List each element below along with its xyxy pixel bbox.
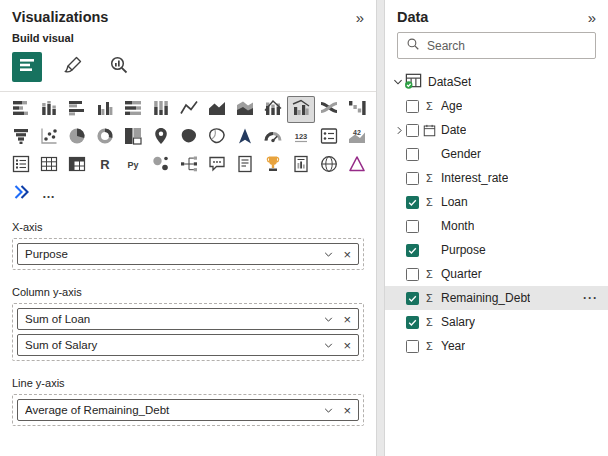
chevron-down-icon[interactable] <box>323 314 334 325</box>
field-pill[interactable]: Sum of Salary× <box>17 334 359 356</box>
remove-field-icon[interactable]: × <box>343 404 351 417</box>
q-and-a-icon <box>207 154 227 178</box>
checkbox-loan[interactable] <box>406 196 419 209</box>
filled-map-button[interactable] <box>175 124 203 151</box>
field-row-gender[interactable]: Gender <box>385 142 608 166</box>
scatter-chart-button[interactable] <box>35 124 63 151</box>
treemap-button[interactable] <box>119 124 147 151</box>
tab-analytics[interactable] <box>104 52 134 82</box>
field-name: Age <box>441 99 462 113</box>
checkbox-date[interactable] <box>406 124 419 137</box>
dataset-node[interactable]: DataSet <box>385 70 608 94</box>
well-label-column-y-axis: Column y-axis <box>12 286 364 298</box>
python-visual-button[interactable]: Py <box>119 152 147 179</box>
search-box[interactable] <box>397 32 596 59</box>
remove-field-icon[interactable]: × <box>343 313 351 326</box>
remove-field-icon[interactable]: × <box>343 248 351 261</box>
field-row-quarter[interactable]: ΣQuarter <box>385 262 608 286</box>
checkbox-purpose[interactable] <box>406 244 419 257</box>
clustered-bar-chart-button[interactable] <box>63 96 91 123</box>
field-row-date[interactable]: Date <box>385 118 608 142</box>
field-row-year[interactable]: ΣYear <box>385 334 608 358</box>
field-row-loan[interactable]: ΣLoan <box>385 190 608 214</box>
field-row-remaining_debt[interactable]: ΣRemaining_Debt··· <box>385 286 608 310</box>
chevron-down-icon[interactable] <box>323 249 334 260</box>
paginated-report-button[interactable] <box>287 152 315 179</box>
map-button[interactable] <box>147 124 175 151</box>
multi-row-card-button[interactable] <box>315 124 343 151</box>
donut-chart-button[interactable] <box>91 124 119 151</box>
field-pill[interactable]: Average of Remaining_Debt× <box>17 399 359 421</box>
chevron-down-icon[interactable] <box>323 340 334 351</box>
well-dropzone-line-y-axis[interactable]: Average of Remaining_Debt× <box>12 394 364 426</box>
line-and-clustered-column-chart-button[interactable] <box>287 96 315 123</box>
field-wells: X-axisPurpose×Column y-axisSum of Loan×S… <box>0 213 376 434</box>
checkbox-quarter[interactable] <box>406 268 419 281</box>
field-row-purpose[interactable]: Purpose <box>385 238 608 262</box>
stacked-area-chart-button[interactable] <box>231 96 259 123</box>
key-influencers-button[interactable] <box>147 152 175 179</box>
slicer-button[interactable] <box>7 152 35 179</box>
funnel-chart-button[interactable] <box>7 124 35 151</box>
checkbox-interest_rate[interactable] <box>406 172 419 185</box>
metrics-button[interactable] <box>259 152 287 179</box>
power-automate-button[interactable] <box>7 180 35 207</box>
checkbox-year[interactable] <box>406 340 419 353</box>
power-apps-button[interactable] <box>343 152 371 179</box>
tab-build-visual[interactable] <box>12 52 42 82</box>
remove-field-icon[interactable]: × <box>343 339 351 352</box>
checkbox-age[interactable] <box>406 100 419 113</box>
decomposition-tree-button[interactable] <box>175 152 203 179</box>
line-chart-button[interactable] <box>175 96 203 123</box>
clustered-column-chart-button[interactable] <box>91 96 119 123</box>
field-pill[interactable]: Sum of Loan× <box>17 308 359 330</box>
field-row-age[interactable]: ΣAge <box>385 94 608 118</box>
chevron-right-icon[interactable] <box>393 125 406 136</box>
field-row-interest_rate[interactable]: ΣInterest_rate <box>385 166 608 190</box>
kpi-button[interactable]: 42 <box>343 124 371 151</box>
field-name: Loan <box>441 195 468 209</box>
checkbox-gender[interactable] <box>406 148 419 161</box>
chevron-down-icon[interactable] <box>323 405 334 416</box>
card-button[interactable]: 123 <box>287 124 315 151</box>
chevron-down-icon[interactable] <box>391 76 404 88</box>
ribbon-chart-button[interactable] <box>315 96 343 123</box>
stacked-column-chart-button[interactable] <box>35 96 63 123</box>
line-and-stacked-column-chart-button[interactable] <box>259 96 287 123</box>
gauge-button[interactable] <box>259 124 287 151</box>
field-row-salary[interactable]: ΣSalary <box>385 310 608 334</box>
collapse-pane-icon[interactable]: » <box>356 10 364 25</box>
azure-map-button[interactable] <box>231 124 259 151</box>
area-chart-button[interactable] <box>203 96 231 123</box>
dataset-table-icon <box>404 71 423 93</box>
checkbox-remaining_debt[interactable] <box>406 292 419 305</box>
more-options-icon[interactable]: ··· <box>583 291 602 305</box>
filled-map-icon <box>179 126 199 150</box>
q-and-a-button[interactable] <box>203 152 231 179</box>
matrix-button[interactable] <box>63 152 91 179</box>
table-button[interactable] <box>35 152 63 179</box>
search-input[interactable] <box>427 39 587 53</box>
get-more-visuals-button[interactable]: … <box>35 180 63 207</box>
build-visual-icon <box>17 55 37 79</box>
well-dropzone-column-y-axis[interactable]: Sum of Loan×Sum of Salary× <box>12 303 364 361</box>
100-stacked-column-chart-button[interactable] <box>147 96 175 123</box>
arcgis-map-button[interactable] <box>315 152 343 179</box>
sigma-glyph: Σ <box>426 316 433 328</box>
checkbox-salary[interactable] <box>406 316 419 329</box>
field-pill[interactable]: Purpose× <box>17 243 359 265</box>
field-name: Quarter <box>441 267 482 281</box>
shape-map-button[interactable] <box>203 124 231 151</box>
stacked-bar-chart-button[interactable] <box>7 96 35 123</box>
well-dropzone-x-axis[interactable]: Purpose× <box>12 238 364 270</box>
100-stacked-bar-chart-button[interactable] <box>119 96 147 123</box>
waterfall-chart-button[interactable] <box>343 96 371 123</box>
tab-format-visual[interactable] <box>58 52 88 82</box>
pane-resize-divider[interactable] <box>377 0 384 456</box>
r-script-visual-button[interactable]: R <box>91 152 119 179</box>
smart-narrative-button[interactable] <box>231 152 259 179</box>
checkbox-month[interactable] <box>406 220 419 233</box>
collapse-pane-icon[interactable]: » <box>588 10 596 25</box>
field-row-month[interactable]: Month <box>385 214 608 238</box>
pie-chart-button[interactable] <box>63 124 91 151</box>
